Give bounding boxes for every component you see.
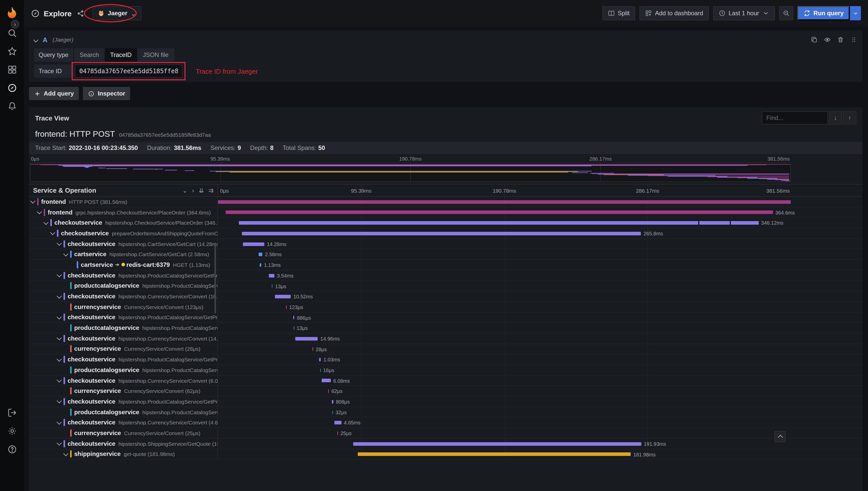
span-bar[interactable] — [218, 200, 791, 204]
starred-icon[interactable] — [7, 46, 17, 56]
chevron-down-icon[interactable] — [63, 251, 68, 256]
grafana-logo[interactable] — [5, 6, 19, 20]
tab-search[interactable]: Search — [74, 48, 104, 61]
span-bar[interactable] — [328, 389, 329, 393]
settings-gear-icon[interactable] — [7, 426, 17, 436]
span-bar[interactable] — [334, 421, 341, 425]
span-bar[interactable] — [243, 242, 264, 246]
datasource-picker[interactable]: Jaeger — [92, 6, 141, 20]
span-row[interactable]: checkoutservicehipstershop.ProductCatalo… — [29, 270, 862, 281]
span-row[interactable]: shippingserviceget-quote (181.98ms)181.9… — [29, 449, 862, 460]
span-bar[interactable] — [275, 295, 291, 298]
span-bar[interactable] — [272, 284, 273, 288]
span-bar[interactable] — [260, 263, 262, 267]
sign-in-icon[interactable] — [7, 408, 17, 418]
chevron-down-icon[interactable] — [37, 209, 42, 214]
drag-grip-icon[interactable] — [850, 36, 857, 43]
span-row[interactable]: checkoutservicehipstershop.CartService/G… — [29, 239, 862, 249]
chevron-down-icon[interactable] — [57, 377, 62, 382]
span-row[interactable]: cartservicehipstershop.CartService/GetCa… — [29, 249, 862, 260]
span-row[interactable]: currencyserviceCurrencyService/Convert (… — [29, 386, 862, 397]
span-row[interactable]: productcatalogservicehipstershop.Product… — [29, 323, 862, 334]
span-row[interactable]: currencyserviceCurrencyService/Convert (… — [29, 302, 862, 312]
chevron-down-icon[interactable] — [57, 293, 62, 298]
chevron-down-icon[interactable] — [57, 336, 62, 341]
span-bar[interactable] — [337, 432, 338, 435]
collapse-one-icon[interactable]: ⌄ — [182, 187, 187, 194]
span-bar[interactable] — [332, 400, 333, 404]
time-range-picker[interactable]: Last 1 hour — [713, 6, 775, 20]
tab-traceid[interactable]: TraceID — [104, 48, 137, 61]
span-row[interactable]: currencyserviceCurrencyService/Convert (… — [29, 344, 862, 354]
find-next-button[interactable]: ↓ — [829, 111, 842, 124]
span-row[interactable]: checkoutservicehipstershop.CheckoutServi… — [29, 218, 862, 228]
span-bar[interactable] — [322, 379, 331, 382]
minimap-canvas[interactable] — [30, 163, 791, 182]
span-row[interactable]: frontendHTTP POST (381.56ms) — [29, 197, 862, 207]
span-bar[interactable] — [242, 232, 641, 235]
search-icon[interactable] — [7, 28, 17, 38]
span-row[interactable]: checkoutservicehipstershop.CurrencyServi… — [29, 334, 862, 344]
span-bar[interactable] — [333, 410, 333, 414]
span-bar[interactable] — [295, 337, 318, 340]
chevron-down-icon[interactable] — [30, 199, 35, 204]
share-icon[interactable] — [77, 9, 84, 17]
span-row[interactable]: checkoutservicehipstershop.CurrencyServi… — [29, 291, 862, 302]
span-row[interactable]: productcatalogservicehipstershop.Product… — [29, 407, 862, 417]
sidebar-expand-button[interactable]: › — [11, 20, 19, 28]
explore-nav-icon[interactable] — [7, 83, 17, 93]
span-bar[interactable] — [269, 274, 274, 277]
span-bar[interactable] — [312, 347, 313, 351]
chevron-down-icon[interactable] — [57, 241, 62, 246]
column-scrollbar[interactable] — [214, 242, 216, 314]
span-row[interactable]: checkoutservicehipstershop.ProductCatalo… — [29, 312, 862, 323]
tab-json-file[interactable]: JSON file — [137, 48, 174, 61]
span-bar[interactable] — [358, 453, 631, 456]
span-bar[interactable] — [293, 316, 294, 319]
chevron-down-icon[interactable] — [43, 220, 49, 225]
scroll-to-top-button[interactable] — [775, 431, 786, 442]
span-bar[interactable] — [239, 221, 759, 225]
dashboards-icon[interactable] — [7, 64, 17, 75]
span-row[interactable]: currencyserviceCurrencyService/Convert (… — [29, 428, 862, 438]
chevron-down-icon[interactable] — [57, 356, 62, 362]
chevron-down-icon[interactable] — [50, 230, 55, 235]
alerting-bell-icon[interactable] — [7, 101, 17, 111]
expand-one-icon[interactable]: › — [192, 187, 194, 194]
chevron-down-icon[interactable] — [57, 272, 62, 277]
span-row[interactable]: checkoutservicehipstershop.ProductCatalo… — [29, 354, 862, 365]
trace-id-input[interactable] — [75, 64, 182, 78]
span-bar[interactable] — [286, 305, 287, 309]
chevron-down-icon[interactable] — [63, 451, 68, 456]
split-button[interactable]: Split — [602, 6, 635, 20]
find-input[interactable] — [762, 111, 828, 124]
span-bar[interactable] — [320, 369, 321, 372]
help-icon[interactable] — [7, 444, 17, 454]
add-to-dashboard-button[interactable]: Add to dashboard — [639, 6, 709, 20]
span-row[interactable]: checkoutservicehipstershop.CurrencyServi… — [29, 375, 862, 386]
span-row[interactable]: productcatalogservicehipstershop.Product… — [29, 365, 862, 375]
run-query-dropdown[interactable] — [850, 6, 861, 20]
span-row[interactable]: checkoutservicehipstershop.ShippingServi… — [29, 439, 862, 449]
chevron-down-icon[interactable] — [57, 440, 62, 445]
span-bar[interactable] — [353, 442, 641, 445]
hide-query-eye-icon[interactable] — [824, 36, 831, 43]
span-bar[interactable] — [259, 253, 262, 256]
zoom-out-button[interactable] — [779, 6, 793, 20]
span-row[interactable]: productcatalogservicehipstershop.Product… — [29, 281, 862, 291]
span-row[interactable]: checkoutservicehipstershop.ProductCatalo… — [29, 397, 862, 407]
chevron-down-icon[interactable] — [57, 314, 62, 319]
chevron-down-icon[interactable] — [33, 37, 38, 42]
span-row[interactable]: frontendgrpc.hipstershop.CheckoutService… — [29, 207, 862, 218]
span-bar[interactable] — [294, 326, 294, 330]
span-bar[interactable] — [226, 211, 773, 214]
run-query-button[interactable]: Run query — [797, 6, 850, 20]
chevron-down-icon[interactable] — [57, 399, 62, 404]
span-bar[interactable] — [320, 358, 321, 362]
collapse-all-icon[interactable]: ⇊ — [199, 187, 204, 194]
duplicate-query-icon[interactable] — [811, 36, 818, 43]
find-prev-button[interactable]: ↑ — [843, 111, 856, 124]
inspector-button[interactable]: Inspector — [83, 87, 130, 100]
span-row[interactable]: checkoutservicehipstershop.CurrencyServi… — [29, 417, 862, 428]
remove-query-trash-icon[interactable] — [837, 36, 844, 43]
